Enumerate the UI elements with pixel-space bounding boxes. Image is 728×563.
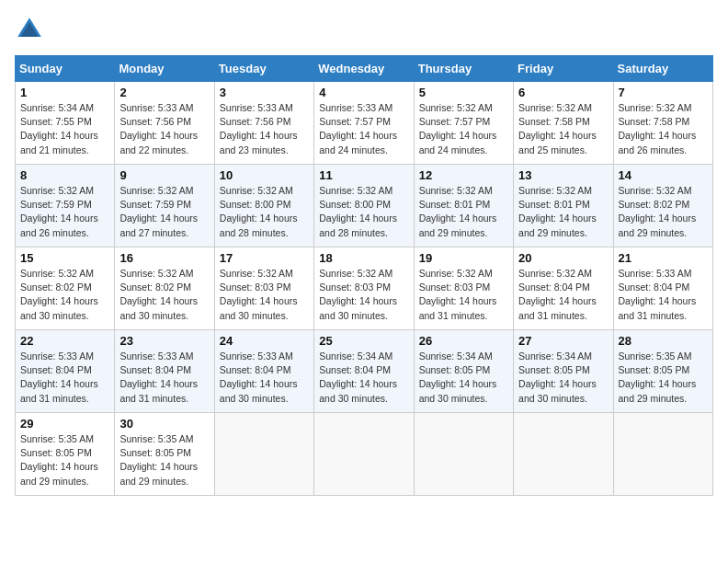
day-cell-3: 3Sunrise: 5:33 AMSunset: 7:56 PMDaylight… [214, 82, 313, 165]
empty-cell [414, 413, 513, 496]
weekday-header-row: SundayMondayTuesdayWednesdayThursdayFrid… [16, 56, 713, 82]
week-row-4: 22Sunrise: 5:33 AMSunset: 8:04 PMDayligh… [16, 330, 713, 413]
day-cell-8: 8Sunrise: 5:32 AMSunset: 7:59 PMDaylight… [16, 165, 115, 247]
day-cell-11: 11Sunrise: 5:32 AMSunset: 8:00 PMDayligh… [314, 165, 414, 247]
weekday-header-wednesday: Wednesday [314, 56, 414, 82]
empty-cell [514, 413, 613, 496]
day-number: 1 [20, 86, 109, 99]
day-number: 7 [619, 86, 708, 99]
day-number: 19 [419, 251, 508, 265]
day-number: 26 [419, 334, 508, 348]
day-number: 8 [20, 168, 109, 182]
day-info: Sunrise: 5:35 AMSunset: 8:05 PMDaylight:… [20, 432, 109, 488]
day-number: 11 [319, 168, 408, 182]
empty-cell [613, 413, 712, 496]
day-info: Sunrise: 5:35 AMSunset: 8:05 PMDaylight:… [119, 432, 209, 488]
empty-cell [214, 413, 313, 496]
day-cell-10: 10Sunrise: 5:32 AMSunset: 8:00 PMDayligh… [214, 165, 313, 247]
day-cell-27: 27Sunrise: 5:34 AMSunset: 8:05 PMDayligh… [514, 330, 613, 413]
day-cell-22: 22Sunrise: 5:33 AMSunset: 8:04 PMDayligh… [16, 330, 115, 413]
day-info: Sunrise: 5:32 AMSunset: 7:57 PMDaylight:… [419, 101, 508, 157]
day-cell-28: 28Sunrise: 5:35 AMSunset: 8:05 PMDayligh… [613, 330, 712, 413]
day-number: 14 [619, 168, 708, 182]
day-info: Sunrise: 5:34 AMSunset: 8:05 PMDaylight:… [518, 350, 608, 406]
day-cell-9: 9Sunrise: 5:32 AMSunset: 7:59 PMDaylight… [115, 165, 214, 247]
day-info: Sunrise: 5:32 AMSunset: 7:58 PMDaylight:… [619, 101, 708, 157]
day-info: Sunrise: 5:32 AMSunset: 8:00 PMDaylight:… [220, 184, 309, 240]
day-info: Sunrise: 5:32 AMSunset: 8:02 PMDaylight:… [20, 267, 109, 323]
day-info: Sunrise: 5:32 AMSunset: 7:59 PMDaylight:… [20, 184, 109, 240]
day-info: Sunrise: 5:34 AMSunset: 8:05 PMDaylight:… [419, 350, 508, 406]
weekday-header-thursday: Thursday [414, 56, 513, 82]
day-number: 28 [619, 334, 708, 348]
day-cell-23: 23Sunrise: 5:33 AMSunset: 8:04 PMDayligh… [115, 330, 214, 413]
weekday-header-monday: Monday [115, 56, 214, 82]
day-cell-25: 25Sunrise: 5:34 AMSunset: 8:04 PMDayligh… [314, 330, 414, 413]
weekday-header-tuesday: Tuesday [214, 56, 313, 82]
day-info: Sunrise: 5:32 AMSunset: 8:03 PMDaylight:… [419, 267, 508, 323]
day-cell-15: 15Sunrise: 5:32 AMSunset: 8:02 PMDayligh… [16, 247, 115, 330]
day-cell-29: 29Sunrise: 5:35 AMSunset: 8:05 PMDayligh… [16, 413, 115, 496]
day-cell-7: 7Sunrise: 5:32 AMSunset: 7:58 PMDaylight… [613, 82, 712, 165]
day-number: 25 [319, 334, 408, 348]
day-number: 20 [518, 251, 608, 265]
day-cell-26: 26Sunrise: 5:34 AMSunset: 8:05 PMDayligh… [414, 330, 513, 413]
weekday-header-sunday: Sunday [16, 56, 115, 82]
logo-icon [15, 15, 44, 44]
day-cell-2: 2Sunrise: 5:33 AMSunset: 7:56 PMDaylight… [115, 82, 214, 165]
logo [15, 15, 48, 44]
day-info: Sunrise: 5:34 AMSunset: 8:04 PMDaylight:… [319, 350, 408, 406]
day-info: Sunrise: 5:32 AMSunset: 8:01 PMDaylight:… [518, 184, 608, 240]
day-info: Sunrise: 5:32 AMSunset: 8:01 PMDaylight:… [419, 184, 508, 240]
day-info: Sunrise: 5:32 AMSunset: 8:04 PMDaylight:… [518, 267, 608, 323]
day-info: Sunrise: 5:33 AMSunset: 7:56 PMDaylight:… [220, 101, 309, 157]
day-cell-4: 4Sunrise: 5:33 AMSunset: 7:57 PMDaylight… [314, 82, 414, 165]
day-number: 4 [319, 86, 408, 99]
day-number: 2 [119, 86, 209, 99]
day-info: Sunrise: 5:32 AMSunset: 8:03 PMDaylight:… [319, 267, 408, 323]
day-number: 23 [119, 334, 209, 348]
day-number: 18 [319, 251, 408, 265]
day-number: 16 [119, 251, 209, 265]
day-cell-19: 19Sunrise: 5:32 AMSunset: 8:03 PMDayligh… [414, 247, 513, 330]
day-info: Sunrise: 5:33 AMSunset: 7:57 PMDaylight:… [319, 101, 408, 157]
day-number: 22 [20, 334, 109, 348]
day-number: 12 [419, 168, 508, 182]
day-cell-18: 18Sunrise: 5:32 AMSunset: 8:03 PMDayligh… [314, 247, 414, 330]
weekday-header-friday: Friday [514, 56, 613, 82]
day-number: 13 [518, 168, 608, 182]
day-cell-24: 24Sunrise: 5:33 AMSunset: 8:04 PMDayligh… [214, 330, 313, 413]
day-number: 5 [419, 86, 508, 99]
day-cell-16: 16Sunrise: 5:32 AMSunset: 8:02 PMDayligh… [115, 247, 214, 330]
day-number: 9 [119, 168, 209, 182]
day-info: Sunrise: 5:32 AMSunset: 8:02 PMDaylight:… [119, 267, 209, 323]
week-row-1: 1Sunrise: 5:34 AMSunset: 7:55 PMDaylight… [16, 82, 713, 165]
day-cell-13: 13Sunrise: 5:32 AMSunset: 8:01 PMDayligh… [514, 165, 613, 247]
day-number: 10 [220, 168, 309, 182]
week-row-3: 15Sunrise: 5:32 AMSunset: 8:02 PMDayligh… [16, 247, 713, 330]
day-cell-5: 5Sunrise: 5:32 AMSunset: 7:57 PMDaylight… [414, 82, 513, 165]
day-info: Sunrise: 5:32 AMSunset: 7:58 PMDaylight:… [518, 101, 608, 157]
day-info: Sunrise: 5:32 AMSunset: 8:03 PMDaylight:… [220, 267, 309, 323]
day-cell-12: 12Sunrise: 5:32 AMSunset: 8:01 PMDayligh… [414, 165, 513, 247]
empty-cell [314, 413, 414, 496]
day-info: Sunrise: 5:35 AMSunset: 8:05 PMDaylight:… [619, 350, 708, 406]
day-info: Sunrise: 5:33 AMSunset: 7:56 PMDaylight:… [119, 101, 209, 157]
day-number: 6 [518, 86, 608, 99]
day-info: Sunrise: 5:32 AMSunset: 8:00 PMDaylight:… [319, 184, 408, 240]
week-row-5: 29Sunrise: 5:35 AMSunset: 8:05 PMDayligh… [16, 413, 713, 496]
day-number: 27 [518, 334, 608, 348]
day-number: 17 [220, 251, 309, 265]
day-info: Sunrise: 5:33 AMSunset: 8:04 PMDaylight:… [20, 350, 109, 406]
day-cell-30: 30Sunrise: 5:35 AMSunset: 8:05 PMDayligh… [115, 413, 214, 496]
day-info: Sunrise: 5:32 AMSunset: 7:59 PMDaylight:… [119, 184, 209, 240]
day-info: Sunrise: 5:33 AMSunset: 8:04 PMDaylight:… [220, 350, 309, 406]
day-cell-21: 21Sunrise: 5:33 AMSunset: 8:04 PMDayligh… [613, 247, 712, 330]
page-header [15, 15, 713, 44]
day-number: 3 [220, 86, 309, 99]
day-cell-14: 14Sunrise: 5:32 AMSunset: 8:02 PMDayligh… [613, 165, 712, 247]
day-cell-17: 17Sunrise: 5:32 AMSunset: 8:03 PMDayligh… [214, 247, 313, 330]
day-info: Sunrise: 5:33 AMSunset: 8:04 PMDaylight:… [619, 267, 708, 323]
day-number: 21 [619, 251, 708, 265]
day-info: Sunrise: 5:33 AMSunset: 8:04 PMDaylight:… [119, 350, 209, 406]
